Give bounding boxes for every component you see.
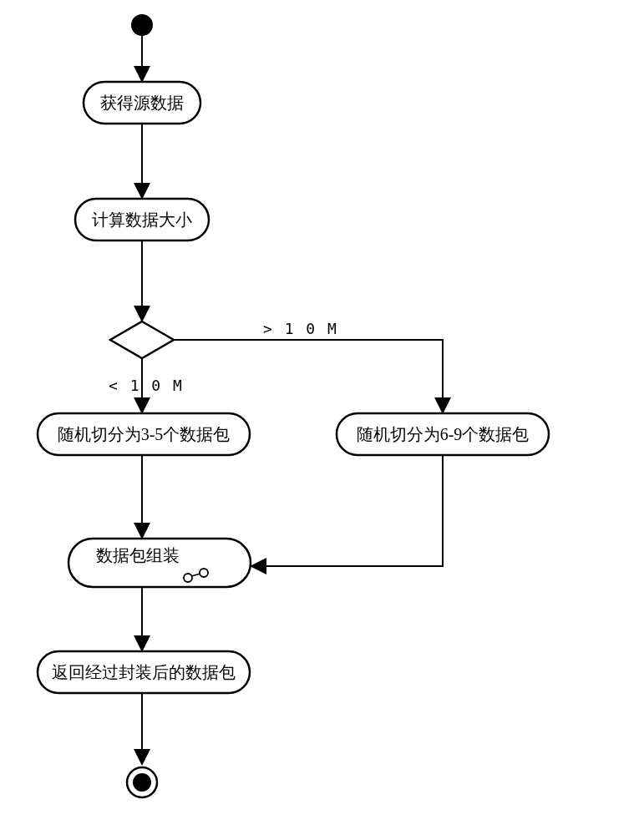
activity-label: 数据包组装: [96, 546, 180, 564]
activity-get-source-data: 获得源数据: [84, 82, 200, 124]
decision-node: [110, 321, 174, 358]
activity-label: 计算数据大小: [92, 210, 192, 229]
flow-end-node: [127, 767, 157, 797]
activity-label: 返回经过封装后的数据包: [52, 663, 236, 681]
activity-assemble: 数据包组装: [68, 539, 251, 587]
activity-label: 随机切分为6-9个数据包: [357, 425, 530, 443]
activity-label: 随机切分为3-5个数据包: [58, 425, 231, 443]
edge-decision-n4: [174, 340, 443, 412]
activity-split-6-9: 随机切分为6-9个数据包: [337, 413, 549, 455]
edge-label-gt10: > 1 0 M: [263, 320, 338, 337]
svg-point-5: [184, 574, 192, 582]
svg-point-10: [133, 773, 151, 792]
link-icon: [184, 569, 208, 582]
activity-return-packaged: 返回经过封装后的数据包: [38, 651, 250, 693]
activity-split-3-5: 随机切分为3-5个数据包: [38, 413, 250, 455]
flow-start-node: [131, 14, 153, 36]
edge-label-lt10: < 1 0 M: [109, 377, 184, 394]
svg-line-7: [191, 574, 200, 576]
edge-n4-n5: [251, 455, 443, 566]
activity-label: 获得源数据: [100, 94, 184, 112]
svg-point-6: [200, 569, 208, 577]
activity-calc-size: 计算数据大小: [75, 199, 209, 240]
